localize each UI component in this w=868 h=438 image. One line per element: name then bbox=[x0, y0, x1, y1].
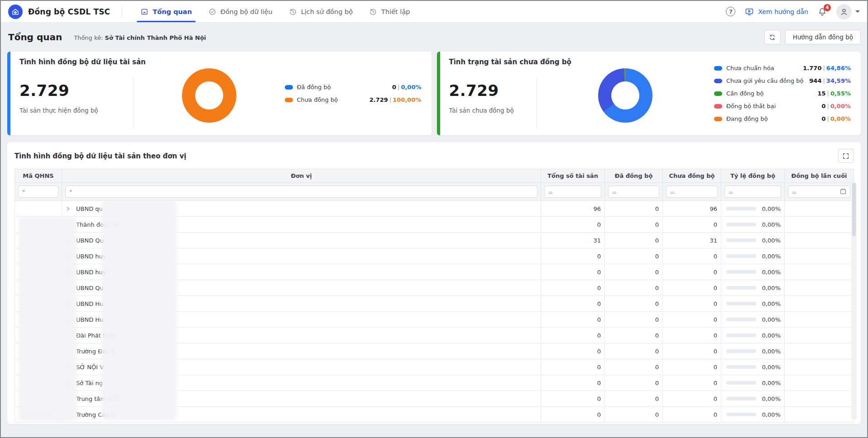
chart-legend: Chưa chuẩn hóa 1.770|64,86% Chưa gửi yêu… bbox=[714, 52, 851, 135]
notification-badge: 4 bbox=[824, 4, 831, 11]
cell-code bbox=[15, 201, 62, 217]
fullscreen-button[interactable] bbox=[838, 149, 854, 163]
chevron-down-icon bbox=[855, 10, 860, 13]
watch-guide-link[interactable]: Xem hướng dẫn bbox=[744, 7, 808, 16]
progress-bar bbox=[726, 207, 756, 210]
cell-rate: 0,00% bbox=[721, 375, 785, 391]
col-dong-bo-lan-cuoi[interactable]: Đồng bộ lần cuối bbox=[785, 169, 854, 183]
table-head: Mã QHNS Đơn vị Tổng số tài sản Đã đồng b… bbox=[15, 169, 854, 201]
table-scrollbar[interactable] bbox=[851, 182, 857, 420]
tab-label: Tổng quan bbox=[153, 8, 192, 15]
col-tong-so-tai-san[interactable]: Tổng số tài sản bbox=[541, 169, 605, 183]
filter-total-input[interactable] bbox=[544, 186, 601, 198]
cell-total: 0 bbox=[541, 312, 605, 328]
unit-name: Sở Tài ng bbox=[76, 380, 103, 386]
filter-code-input[interactable] bbox=[18, 186, 58, 198]
rate-text: 0,00% bbox=[761, 364, 781, 371]
notifications-bell[interactable]: 4 bbox=[817, 7, 827, 17]
chevron-right-icon[interactable] bbox=[66, 206, 71, 211]
avatar bbox=[836, 4, 852, 19]
rate-text: 0,00% bbox=[761, 411, 781, 418]
tab-lich-su-dong-bo[interactable]: Lịch sử đồng bộ bbox=[281, 1, 361, 22]
card-sync-status: Tình hình đồng bộ dữ liệu tài sản 2.729 … bbox=[7, 52, 432, 135]
help-icon[interactable]: ? bbox=[726, 7, 735, 16]
col-da-dong-bo[interactable]: Đã đồng bộ bbox=[605, 169, 663, 183]
filter-rate-input[interactable] bbox=[724, 186, 781, 198]
rate-text: 0,00% bbox=[761, 300, 781, 307]
col-don-vi[interactable]: Đơn vị bbox=[62, 169, 541, 183]
refresh-icon bbox=[768, 33, 776, 41]
cell-total: 96 bbox=[541, 201, 605, 217]
unit-name: UBND Hu bbox=[76, 300, 103, 307]
cell-total: 0 bbox=[541, 264, 605, 280]
tab-thiet-lap[interactable]: Thiết lập bbox=[361, 1, 418, 22]
cell-last-sync bbox=[785, 312, 854, 328]
cell-synced: 0 bbox=[605, 201, 663, 217]
legend-swatch bbox=[714, 79, 722, 83]
progress-bar bbox=[726, 286, 756, 290]
filter-unsynced-input[interactable] bbox=[666, 186, 718, 198]
rate-text: 0,00% bbox=[761, 253, 781, 260]
app-logo-icon bbox=[8, 5, 23, 19]
kpi-value: 2.729 bbox=[449, 81, 536, 100]
col-ty-le-dong-bo[interactable]: Tỷ lệ đồng bộ bbox=[721, 169, 785, 183]
progress-bar bbox=[726, 381, 756, 385]
rate-text: 0,00% bbox=[761, 205, 781, 212]
unit-name: UBND Hu bbox=[76, 316, 103, 323]
legend-swatch bbox=[714, 91, 722, 96]
check-circle-icon bbox=[208, 8, 216, 16]
progress-bar bbox=[726, 365, 756, 369]
header-actions: Hướng dẫn đồng bộ bbox=[764, 30, 861, 44]
cell-synced: 0 bbox=[605, 359, 663, 375]
calendar-icon[interactable] bbox=[839, 188, 847, 197]
col-ma-qhns[interactable]: Mã QHNS bbox=[15, 169, 62, 183]
cell-rate: 0,00% bbox=[721, 312, 785, 328]
stats-scope: Thống kê: Sở Tài chính Thành Phố Hà Nội bbox=[74, 34, 206, 41]
page-title: Tổng quan bbox=[8, 32, 62, 43]
cell-total: 0 bbox=[541, 359, 605, 375]
cell-unsynced: 0 bbox=[663, 217, 721, 233]
sync-guide-button[interactable]: Hướng dẫn đồng bộ bbox=[785, 30, 861, 44]
cell-total: 31 bbox=[541, 233, 605, 248]
rate-text: 0,00% bbox=[761, 332, 781, 339]
page-header: Tổng quan Thống kê: Sở Tài chính Thành P… bbox=[1, 23, 867, 52]
tab-tong-quan[interactable]: Tổng quan bbox=[132, 1, 200, 22]
legend-values: 0|0,00% bbox=[821, 115, 851, 122]
filter-synced-input[interactable] bbox=[608, 186, 659, 198]
filter-unit-input[interactable] bbox=[65, 186, 537, 198]
cell-total: 0 bbox=[541, 280, 605, 296]
cell-unsynced: 0 bbox=[663, 264, 721, 280]
rate-text: 0,00% bbox=[761, 285, 781, 291]
scrollbar-thumb[interactable] bbox=[852, 183, 856, 236]
cell-rate: 0,00% bbox=[721, 264, 785, 280]
cell-rate: 0,00% bbox=[721, 391, 785, 407]
watch-guide-label: Xem hướng dẫn bbox=[758, 8, 808, 15]
legend-item: Đã đồng bộ 0|0,00% bbox=[285, 81, 422, 94]
divider bbox=[122, 6, 122, 17]
col-chua-dong-bo[interactable]: Chưa đồng bộ bbox=[663, 169, 721, 183]
cell-rate: 0,00% bbox=[721, 328, 785, 343]
cell-synced: 0 bbox=[605, 280, 663, 296]
table-title-bar: Tình hình đồng bộ dữ liệu tài sản theo đ… bbox=[7, 142, 861, 169]
card-accent-stripe bbox=[7, 52, 10, 135]
legend-item: Chưa gửi yêu cầu đồng bộ 944|34,59% bbox=[714, 75, 851, 87]
user-menu[interactable] bbox=[836, 4, 860, 19]
cell-unsynced: 31 bbox=[663, 233, 721, 248]
cell-last-sync bbox=[785, 343, 854, 359]
tab-dong-bo-du-lieu[interactable]: Đồng bộ dữ liệu bbox=[200, 1, 281, 22]
progress-bar bbox=[726, 223, 756, 226]
rate-text: 0,00% bbox=[761, 221, 781, 228]
rate-text: 0,00% bbox=[761, 348, 781, 355]
cell-rate: 0,00% bbox=[721, 407, 785, 423]
cell-total: 0 bbox=[541, 296, 605, 312]
progress-bar bbox=[726, 397, 756, 400]
refresh-button[interactable] bbox=[764, 30, 781, 44]
progress-bar bbox=[726, 302, 756, 305]
legend-item: Đang đồng bộ 0|0,00% bbox=[714, 113, 851, 125]
card-title: Tình trạng tài sản chưa đồng bộ bbox=[449, 58, 571, 66]
legend-label: Đã đồng bộ bbox=[297, 84, 331, 90]
history-clock-icon bbox=[289, 8, 297, 16]
cell-last-sync bbox=[785, 248, 854, 264]
top-navigation-bar: Đồng bộ CSDL TSC Tổng quan bbox=[1, 1, 867, 23]
legend-label: Đồng bộ thất bại bbox=[726, 103, 776, 110]
